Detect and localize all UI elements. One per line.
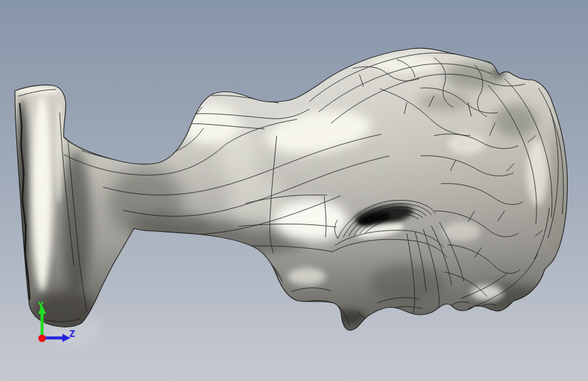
3d-viewport[interactable]: Y Z bbox=[0, 0, 588, 381]
origin-dot bbox=[39, 335, 46, 342]
viewport-canvas[interactable]: Y Z bbox=[0, 0, 588, 381]
bust-model[interactable] bbox=[14, 48, 571, 330]
axis-label-y: Y bbox=[38, 300, 44, 310]
axis-label-z: Z bbox=[69, 328, 75, 339]
